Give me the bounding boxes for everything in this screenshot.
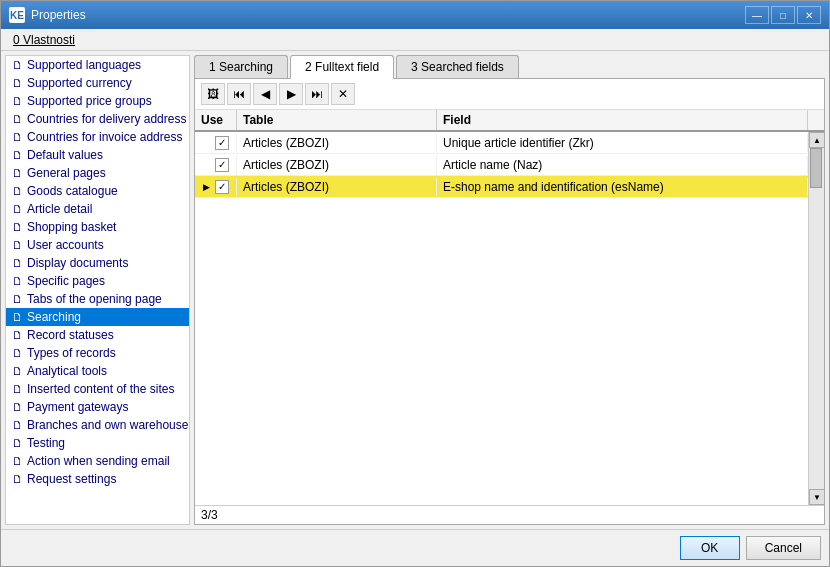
sidebar-item[interactable]: 🗋Display documents [6, 254, 189, 272]
document-icon: 🗋 [12, 419, 23, 431]
properties-menu[interactable]: 0 Vlastnosti [5, 31, 83, 49]
record-counter: 3/3 [201, 508, 218, 522]
maximize-button[interactable]: □ [771, 6, 795, 24]
use-checkbox[interactable] [215, 180, 229, 194]
cell-use [195, 156, 237, 174]
delete-button[interactable]: ✕ [331, 83, 355, 105]
sidebar-item[interactable]: 🗋Payment gateways [6, 398, 189, 416]
sidebar-item[interactable]: 🗋Goods catalogue [6, 182, 189, 200]
document-icon: 🗋 [12, 185, 23, 197]
row-arrow: ▶ [203, 182, 213, 192]
content-panel: 🖼⏮◀▶⏭✕ Use Table Field Articles (Z [194, 78, 825, 525]
use-checkbox[interactable] [215, 136, 229, 150]
sidebar-item[interactable]: 🗋Default values [6, 146, 189, 164]
document-icon: 🗋 [12, 59, 23, 71]
sidebar-item[interactable]: 🗋General pages [6, 164, 189, 182]
cancel-button[interactable]: Cancel [746, 536, 821, 560]
sidebar-item[interactable]: 🗋User accounts [6, 236, 189, 254]
sidebar-item[interactable]: 🗋Testing [6, 434, 189, 452]
ok-button[interactable]: OK [680, 536, 740, 560]
vertical-scrollbar[interactable]: ▲ ▼ [808, 132, 824, 505]
first-record-button[interactable]: ⏮ [227, 83, 251, 105]
sidebar-item-label: Display documents [27, 256, 128, 270]
table-header: Use Table Field [195, 110, 824, 132]
sidebar-item-label: Searching [27, 310, 81, 324]
cell-table: Articles (ZBOZI) [237, 134, 437, 152]
sidebar-item-label: Action when sending email [27, 454, 170, 468]
sidebar-item-label: Goods catalogue [27, 184, 118, 198]
next-record-button[interactable]: ▶ [279, 83, 303, 105]
document-icon: 🗋 [12, 275, 23, 287]
main-area: 🗋Supported languages🗋Supported currency🗋… [1, 51, 829, 529]
sidebar-item[interactable]: 🗋Supported languages [6, 56, 189, 74]
tab-fulltext[interactable]: 2 Fulltext field [290, 55, 394, 79]
sidebar-item[interactable]: 🗋Analytical tools [6, 362, 189, 380]
sidebar-item[interactable]: 🗋Searching [6, 308, 189, 326]
document-icon: 🗋 [12, 329, 23, 341]
sidebar-item[interactable]: 🗋Countries for invoice address [6, 128, 189, 146]
window-controls: — □ ✕ [745, 6, 821, 24]
sidebar-item[interactable]: 🗋Tabs of the opening page [6, 290, 189, 308]
scroll-thumb[interactable] [810, 148, 822, 188]
cell-table: Articles (ZBOZI) [237, 156, 437, 174]
last-record-button[interactable]: ⏭ [305, 83, 329, 105]
table-row[interactable]: Articles (ZBOZI)Article name (Naz) [195, 154, 808, 176]
sidebar-item-label: General pages [27, 166, 106, 180]
sidebar-item-label: Countries for delivery address [27, 112, 186, 126]
window-content: 0 Vlastnosti 🗋Supported languages🗋Suppor… [1, 29, 829, 566]
minimize-button[interactable]: — [745, 6, 769, 24]
sidebar-item-label: Payment gateways [27, 400, 128, 414]
sidebar-item[interactable]: 🗋Article detail [6, 200, 189, 218]
table-body: Articles (ZBOZI)Unique article identifie… [195, 132, 808, 505]
cell-field: Article name (Naz) [437, 156, 808, 174]
sidebar-item-label: Specific pages [27, 274, 105, 288]
sidebar-item[interactable]: 🗋Shopping basket [6, 218, 189, 236]
table-row[interactable]: Articles (ZBOZI)Unique article identifie… [195, 132, 808, 154]
table-row[interactable]: ▶Articles (ZBOZI)E-shop name and identif… [195, 176, 808, 198]
use-checkbox[interactable] [215, 158, 229, 172]
image-button[interactable]: 🖼 [201, 83, 225, 105]
document-icon: 🗋 [12, 203, 23, 215]
sidebar-item[interactable]: 🗋Request settings [6, 470, 189, 488]
sidebar-item-label: Supported price groups [27, 94, 152, 108]
bottom-bar: OK Cancel [1, 529, 829, 566]
sidebar-item[interactable]: 🗋Inserted content of the sites [6, 380, 189, 398]
document-icon: 🗋 [12, 113, 23, 125]
sidebar-item[interactable]: 🗋Branches and own warehouses [6, 416, 189, 434]
sidebar-item[interactable]: 🗋Supported currency [6, 74, 189, 92]
sidebar-item[interactable]: 🗋Countries for delivery address [6, 110, 189, 128]
close-button[interactable]: ✕ [797, 6, 821, 24]
document-icon: 🗋 [12, 77, 23, 89]
document-icon: 🗋 [12, 221, 23, 233]
status-bar: 3/3 [195, 505, 824, 524]
sidebar-item-label: Testing [27, 436, 65, 450]
menu-bar: 0 Vlastnosti [1, 29, 829, 51]
scroll-down-button[interactable]: ▼ [809, 489, 824, 505]
window-title: Properties [31, 8, 86, 22]
sidebar-item[interactable]: 🗋Supported price groups [6, 92, 189, 110]
col-header-field: Field [437, 110, 808, 130]
app-icon: KE [9, 7, 25, 23]
sidebar-item[interactable]: 🗋Record statuses [6, 326, 189, 344]
scroll-up-button[interactable]: ▲ [809, 132, 824, 148]
tab-searched[interactable]: 3 Searched fields [396, 55, 519, 78]
tabs-bar: 1 Searching2 Fulltext field3 Searched fi… [194, 55, 825, 78]
document-icon: 🗋 [12, 293, 23, 305]
document-icon: 🗋 [12, 347, 23, 359]
sidebar-item-label: Inserted content of the sites [27, 382, 174, 396]
sidebar-item-label: Article detail [27, 202, 92, 216]
table-scroll-area: Articles (ZBOZI)Unique article identifie… [195, 132, 824, 505]
main-window: KE Properties — □ ✕ 0 Vlastnosti 🗋Suppor… [0, 0, 830, 567]
tab-searching[interactable]: 1 Searching [194, 55, 288, 78]
sidebar-item[interactable]: 🗋Specific pages [6, 272, 189, 290]
sidebar-item-label: User accounts [27, 238, 104, 252]
document-icon: 🗋 [12, 401, 23, 413]
sidebar-item[interactable]: 🗋Action when sending email [6, 452, 189, 470]
scroll-track[interactable] [809, 148, 824, 489]
sidebar-item[interactable]: 🗋Types of records [6, 344, 189, 362]
prev-record-button[interactable]: ◀ [253, 83, 277, 105]
col-header-table: Table [237, 110, 437, 130]
cell-use: ▶ [195, 178, 237, 196]
cell-field: Unique article identifier (Zkr) [437, 134, 808, 152]
cell-table: Articles (ZBOZI) [237, 178, 437, 196]
